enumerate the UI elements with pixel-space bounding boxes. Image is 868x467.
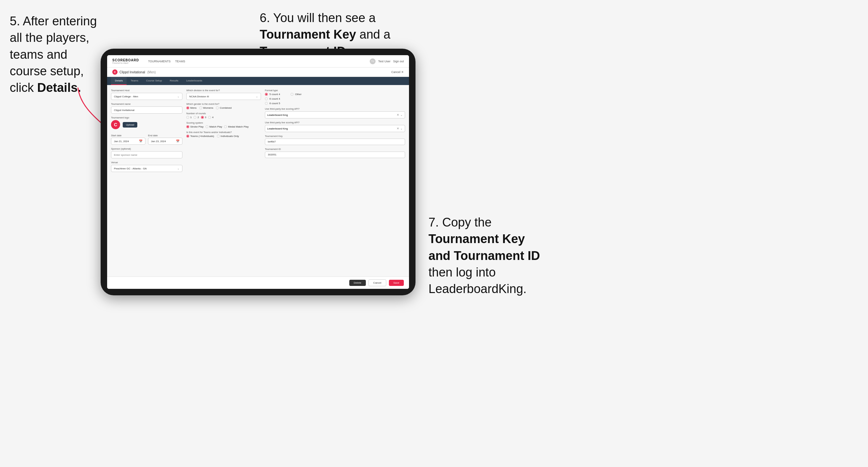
delete-button[interactable]: Delete [349,280,366,286]
radio-medal-circle [224,125,227,128]
venue-group: Venue Peachtree GC - Atlanta - GA ⌄ [111,161,182,172]
logo-upload-area: C Upload [111,120,182,129]
tab-course-setup[interactable]: Course Setup [142,77,166,85]
format-other-list: Other [290,93,302,105]
teams-label: Is this event for Teams and/or Individua… [186,131,261,134]
teams-radio-group: Teams (+Individuals) Individuals Only [186,135,261,137]
tournament-logo-group: Tournament logo C Upload [111,116,182,129]
radio-medal-match-play[interactable]: Medal Match Play [224,125,249,128]
division-group: Which division is the event for? NCAA Di… [186,89,261,100]
tournament-host-input[interactable]: Clippd College - Men ⌄ [111,93,182,100]
third-party-2-group: Use third-party live scoring API? Leader… [265,121,405,132]
start-date-group: Start date Jan 21, 2024 📅 [111,132,146,145]
radio-womens-circle [199,106,202,110]
save-button[interactable]: Save [389,280,404,286]
calendar-icon-2: 📅 [176,139,180,143]
breadcrumb-icon: C [112,69,118,75]
end-date-input[interactable]: Jan 23, 2024 📅 [148,137,182,145]
format-other[interactable]: Other [290,93,302,96]
logo-title: SCOREBOARD [112,58,139,62]
division-chevron-icon: ⌄ [256,95,258,98]
radio-other-circle [290,93,293,96]
third-party-1-label: Use third-party live scoring API? [265,107,405,110]
third-party-1-select[interactable]: Leaderboard King ✕ ⌄ [265,111,405,119]
end-date-group: End date Jan 23, 2024 📅 [148,132,182,145]
radio-individuals-only[interactable]: Individuals Only [217,135,239,137]
venue-label: Venue [111,161,182,164]
calendar-icon: 📅 [139,139,143,143]
form-footer: Delete Cancel Save [107,277,409,289]
venue-input[interactable]: Peachtree GC - Atlanta - GA ⌄ [111,165,182,172]
rounds-label: Number of rounds [186,112,261,115]
chevron-down-icon: ⌄ [177,95,180,98]
radio-combined[interactable]: Combined [216,106,231,110]
tournament-id-value: 302051 [265,152,405,158]
sponsor-input[interactable] [111,151,182,158]
content-area: Tournament Host Clippd College - Men ⌄ T… [107,85,409,289]
close-icon-2[interactable]: ✕ ⌄ [397,127,403,130]
radio-round-2[interactable]: 2 [193,116,199,119]
format-radio-group: 5 count 4 6 count 4 6 count 5 [265,93,405,105]
tournament-host-label: Tournament Host [111,89,182,92]
radio-6count5-circle [265,102,268,105]
format-6count5[interactable]: 6 count 5 [265,102,280,105]
tournament-key-value: bef6b7 [265,138,405,145]
tablet-screen: SCOREBOARD Powered by clippd TOURNAMENTS… [107,55,409,289]
annotation-left: 5. After entering all the players, teams… [10,13,101,96]
radio-match-circle [206,125,208,128]
header-right: TU Test User Sign out [370,58,404,64]
radio-mens-circle [186,106,189,110]
nav-tournaments[interactable]: TOURNAMENTS [148,60,170,63]
rounds-radio-group: 1 2 3 4 [186,116,261,119]
division-input[interactable]: NCAA Division III ⌄ [186,93,261,100]
logo-area: SCOREBOARD Powered by clippd [112,58,139,64]
tab-leaderboards[interactable]: Leaderboards [182,77,206,85]
tournament-id-group: Tournament ID 302051 [265,148,405,158]
radio-6count4-circle [265,97,268,100]
radio-round-4[interactable]: 4 [208,116,213,119]
division-label: Which division is the event for? [186,89,261,92]
col-left: Tournament Host Clippd College - Men ⌄ T… [111,89,182,273]
radio-round-1[interactable]: 1 [186,116,191,119]
scoring-radio-group: Stroke Play Match Play Medal Match Play [186,125,261,128]
tab-teams[interactable]: Teams [127,77,142,85]
sign-out-link[interactable]: Sign out [393,60,404,63]
radio-match-play[interactable]: Match Play [206,125,222,128]
third-party-2-select[interactable]: Leaderboard King ✕ ⌄ [265,125,405,132]
cancel-footer-button[interactable]: Cancel [368,279,386,286]
tournament-name-label: Tournament name [111,102,182,105]
col-right: Format type 5 count 4 6 count 4 [265,89,405,273]
tab-details[interactable]: Details [111,77,127,85]
end-date-label: End date [148,134,158,137]
tournament-name-input[interactable]: Clippd Invitational [111,106,182,114]
tabs-bar: Details Teams Course Setup Results Leade… [107,77,409,85]
tab-results[interactable]: Results [166,77,182,85]
app-header: SCOREBOARD Powered by clippd TOURNAMENTS… [107,55,409,67]
format-group: Format type 5 count 4 6 count 4 [265,89,405,105]
radio-womens[interactable]: Womens [199,106,213,110]
user-avatar: TU [370,58,376,64]
radio-round-2-circle [193,116,196,119]
start-date-input[interactable]: Jan 21, 2024 📅 [111,137,146,145]
radio-stroke-play[interactable]: Stroke Play [186,125,204,128]
radio-round-1-circle [186,116,189,119]
third-party-2-label: Use third-party live scoring API? [265,121,405,124]
teams-group: Is this event for Teams and/or Individua… [186,131,261,137]
third-party-1-group: Use third-party live scoring API? Leader… [265,107,405,119]
cancel-button[interactable]: Cancel ✕ [391,70,404,74]
tablet-frame: SCOREBOARD Powered by clippd TOURNAMENTS… [101,49,415,295]
gender-radio-group: Mens Womens Combined [186,106,261,110]
format-list: 5 count 4 6 count 4 6 count 5 [265,93,280,105]
close-icon-1[interactable]: ✕ ⌄ [397,113,403,117]
nav-links: TOURNAMENTS TEAMS [148,60,185,63]
radio-combined-circle [216,106,219,110]
radio-round-3[interactable]: 3 [201,116,206,119]
format-5count4[interactable]: 5 count 4 [265,93,280,96]
format-6count4[interactable]: 6 count 4 [265,97,280,100]
radio-teams[interactable]: Teams (+Individuals) [186,135,214,137]
tournament-id-label: Tournament ID [265,148,405,151]
radio-individuals-circle [217,135,220,137]
radio-mens[interactable]: Mens [186,106,197,110]
upload-button[interactable]: Upload [123,122,137,128]
nav-teams[interactable]: TEAMS [175,60,185,63]
